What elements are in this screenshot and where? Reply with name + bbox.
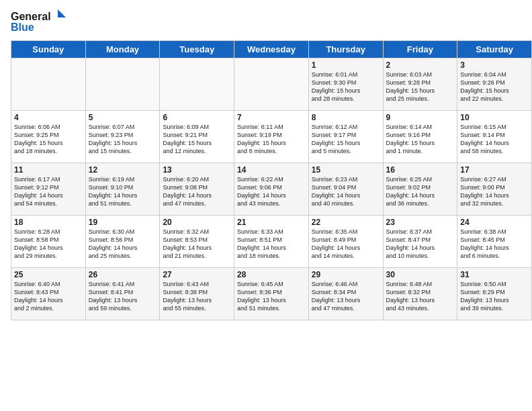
calendar-cell: 14Sunrise: 6:22 AM Sunset: 9:06 PM Dayli… [234, 163, 309, 216]
day-number: 31 [460, 270, 529, 279]
day-info: Sunrise: 6:28 AM Sunset: 8:58 PM Dayligh… [14, 228, 83, 261]
day-number: 9 [386, 113, 455, 122]
day-info: Sunrise: 6:32 AM Sunset: 8:53 PM Dayligh… [163, 228, 231, 261]
calendar-cell: 23Sunrise: 6:37 AM Sunset: 8:47 PM Dayli… [383, 216, 457, 268]
day-number: 28 [237, 270, 306, 279]
day-info: Sunrise: 6:22 AM Sunset: 9:06 PM Dayligh… [237, 175, 306, 208]
day-info: Sunrise: 6:14 AM Sunset: 9:16 PM Dayligh… [386, 123, 455, 156]
calendar-cell: 21Sunrise: 6:33 AM Sunset: 8:51 PM Dayli… [234, 216, 309, 268]
calendar-cell [85, 58, 160, 111]
day-number: 8 [312, 113, 380, 122]
day-info: Sunrise: 6:01 AM Sunset: 9:30 PM Dayligh… [312, 71, 380, 103]
day-info: Sunrise: 6:19 AM Sunset: 9:10 PM Dayligh… [89, 175, 157, 208]
calendar-cell: 24Sunrise: 6:38 AM Sunset: 8:45 PM Dayli… [457, 216, 532, 268]
calendar-table: SundayMondayTuesdayWednesdayThursdayFrid… [11, 40, 532, 320]
day-info: Sunrise: 6:06 AM Sunset: 9:25 PM Dayligh… [14, 123, 83, 156]
day-number: 12 [89, 165, 157, 175]
calendar-cell: 4Sunrise: 6:06 AM Sunset: 9:25 PM Daylig… [11, 111, 86, 163]
calendar-cell: 13Sunrise: 6:20 AM Sunset: 9:08 PM Dayli… [160, 163, 234, 216]
calendar-cell: 19Sunrise: 6:30 AM Sunset: 8:56 PM Dayli… [85, 216, 160, 268]
day-info: Sunrise: 6:40 AM Sunset: 8:43 PM Dayligh… [14, 280, 83, 313]
day-info: Sunrise: 6:30 AM Sunset: 8:56 PM Dayligh… [89, 228, 157, 261]
day-number: 29 [312, 270, 380, 279]
calendar-cell: 18Sunrise: 6:28 AM Sunset: 8:58 PM Dayli… [11, 216, 86, 268]
weekday-header: Saturday [457, 41, 532, 58]
calendar-cell: 30Sunrise: 6:48 AM Sunset: 8:32 PM Dayli… [383, 268, 457, 320]
day-number: 4 [14, 113, 83, 122]
weekday-header: Tuesday [160, 41, 234, 58]
day-number: 13 [163, 165, 231, 175]
calendar-container: SundayMondayTuesdayWednesdayThursdayFrid… [0, 40, 532, 326]
svg-text:General: General [11, 11, 51, 22]
day-number: 2 [386, 60, 455, 70]
day-number: 7 [237, 113, 306, 122]
day-info: Sunrise: 6:15 AM Sunset: 9:14 PM Dayligh… [460, 123, 529, 156]
day-info: Sunrise: 6:35 AM Sunset: 8:49 PM Dayligh… [312, 228, 380, 261]
calendar-cell: 26Sunrise: 6:41 AM Sunset: 8:41 PM Dayli… [85, 268, 160, 320]
calendar-cell: 29Sunrise: 6:46 AM Sunset: 8:34 PM Dayli… [308, 268, 383, 320]
day-info: Sunrise: 6:37 AM Sunset: 8:47 PM Dayligh… [386, 228, 455, 261]
calendar-cell: 10Sunrise: 6:15 AM Sunset: 9:14 PM Dayli… [457, 111, 532, 163]
calendar-cell: 1Sunrise: 6:01 AM Sunset: 9:30 PM Daylig… [308, 58, 383, 111]
day-info: Sunrise: 6:46 AM Sunset: 8:34 PM Dayligh… [312, 280, 380, 313]
weekday-header: Thursday [308, 41, 383, 58]
day-info: Sunrise: 6:33 AM Sunset: 8:51 PM Dayligh… [237, 228, 306, 261]
calendar-cell: 12Sunrise: 6:19 AM Sunset: 9:10 PM Dayli… [85, 163, 160, 216]
day-number: 25 [14, 270, 83, 279]
calendar-cell: 27Sunrise: 6:43 AM Sunset: 8:38 PM Dayli… [160, 268, 234, 320]
day-info: Sunrise: 6:41 AM Sunset: 8:41 PM Dayligh… [89, 280, 157, 313]
calendar-cell: 7Sunrise: 6:11 AM Sunset: 9:19 PM Daylig… [234, 111, 309, 163]
day-info: Sunrise: 6:27 AM Sunset: 9:00 PM Dayligh… [460, 175, 529, 208]
day-info: Sunrise: 6:48 AM Sunset: 8:32 PM Dayligh… [386, 280, 455, 313]
day-info: Sunrise: 6:04 AM Sunset: 9:26 PM Dayligh… [460, 71, 529, 103]
day-number: 15 [312, 165, 380, 175]
day-number: 27 [163, 270, 231, 279]
day-number: 20 [163, 218, 231, 227]
day-number: 16 [386, 165, 455, 175]
calendar-cell: 5Sunrise: 6:07 AM Sunset: 9:23 PM Daylig… [85, 111, 160, 163]
calendar-cell: 11Sunrise: 6:17 AM Sunset: 9:12 PM Dayli… [11, 163, 86, 216]
calendar-cell: 31Sunrise: 6:50 AM Sunset: 8:29 PM Dayli… [457, 268, 532, 320]
day-number: 14 [237, 165, 306, 175]
weekday-header: Wednesday [234, 41, 309, 58]
weekday-header: Monday [85, 41, 160, 58]
day-info: Sunrise: 6:03 AM Sunset: 9:28 PM Dayligh… [386, 71, 455, 103]
calendar-cell [234, 58, 309, 111]
day-number: 11 [14, 165, 83, 175]
day-number: 30 [386, 270, 455, 279]
day-info: Sunrise: 6:09 AM Sunset: 9:21 PM Dayligh… [163, 123, 231, 156]
calendar-cell: 20Sunrise: 6:32 AM Sunset: 8:53 PM Dayli… [160, 216, 234, 268]
calendar-cell: 25Sunrise: 6:40 AM Sunset: 8:43 PM Dayli… [11, 268, 86, 320]
day-number: 23 [386, 218, 455, 227]
svg-text:Blue: Blue [11, 21, 34, 33]
day-info: Sunrise: 6:11 AM Sunset: 9:19 PM Dayligh… [237, 123, 306, 156]
calendar-cell: 28Sunrise: 6:45 AM Sunset: 8:36 PM Dayli… [234, 268, 309, 320]
day-info: Sunrise: 6:07 AM Sunset: 9:23 PM Dayligh… [89, 123, 157, 156]
day-info: Sunrise: 6:20 AM Sunset: 9:08 PM Dayligh… [163, 175, 231, 208]
day-number: 22 [312, 218, 380, 227]
calendar-cell: 16Sunrise: 6:25 AM Sunset: 9:02 PM Dayli… [383, 163, 457, 216]
day-info: Sunrise: 6:45 AM Sunset: 8:36 PM Dayligh… [237, 280, 306, 313]
day-number: 19 [89, 218, 157, 227]
day-number: 3 [460, 60, 529, 70]
day-number: 24 [460, 218, 529, 227]
day-info: Sunrise: 6:43 AM Sunset: 8:38 PM Dayligh… [163, 280, 231, 313]
day-info: Sunrise: 6:50 AM Sunset: 8:29 PM Dayligh… [460, 280, 529, 313]
day-number: 26 [89, 270, 157, 279]
day-info: Sunrise: 6:38 AM Sunset: 8:45 PM Dayligh… [460, 228, 529, 261]
calendar-cell: 17Sunrise: 6:27 AM Sunset: 9:00 PM Dayli… [457, 163, 532, 216]
logo-svg: GeneralBlue [11, 8, 71, 35]
day-number: 1 [312, 60, 380, 70]
day-number: 21 [237, 218, 306, 227]
logo: GeneralBlue [11, 8, 71, 35]
day-number: 17 [460, 165, 529, 175]
calendar-cell: 22Sunrise: 6:35 AM Sunset: 8:49 PM Dayli… [308, 216, 383, 268]
calendar-cell: 2Sunrise: 6:03 AM Sunset: 9:28 PM Daylig… [383, 58, 457, 111]
day-info: Sunrise: 6:23 AM Sunset: 9:04 PM Dayligh… [312, 175, 380, 208]
calendar-cell: 6Sunrise: 6:09 AM Sunset: 9:21 PM Daylig… [160, 111, 234, 163]
day-number: 5 [89, 113, 157, 122]
calendar-cell [11, 58, 86, 111]
day-info: Sunrise: 6:12 AM Sunset: 9:17 PM Dayligh… [312, 123, 380, 156]
day-number: 6 [163, 113, 231, 122]
day-info: Sunrise: 6:17 AM Sunset: 9:12 PM Dayligh… [14, 175, 83, 208]
